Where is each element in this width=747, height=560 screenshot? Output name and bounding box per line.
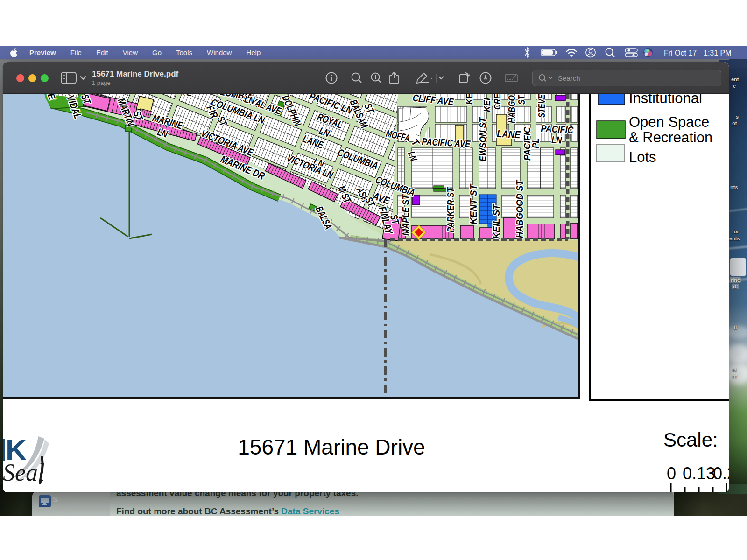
svg-text:0: 0 [667,464,676,483]
svg-text:LN: LN [551,134,563,145]
svg-text:0.2: 0.2 [713,464,729,483]
svg-text:Scale:: Scale: [663,429,718,451]
svg-text:STEVE: STEVE [536,94,547,118]
svg-text:Seal: Seal [3,459,45,486]
svg-text:KEI: KEI [481,98,492,112]
svg-text:Open Space: Open Space [629,114,709,130]
svg-text:Fri Oct 17: Fri Oct 17 [664,49,697,57]
svg-text:KENT ST: KENT ST [468,183,479,224]
svg-text:KEIL ST: KEIL ST [491,203,501,239]
svg-text:& Recreation: & Recreation [629,129,712,146]
svg-text:Institutional: Institutional [629,94,702,106]
svg-text:15671 Marine Drive: 15671 Marine Drive [238,435,425,459]
svg-text:Lots: Lots [629,149,656,165]
svg-text:CRE: CRE [492,94,502,110]
svg-text:ST: ST [516,94,527,105]
svg-text:PARKER ST: PARKER ST [445,187,456,232]
svg-text:MAPLE ST: MAPLE ST [400,194,411,236]
svg-text:1:31 PM: 1:31 PM [704,49,732,57]
svg-text:0.13: 0.13 [683,464,715,483]
svg-text:HABGOOD ST: HABGOOD ST [514,179,525,238]
svg-text:HABGO: HABGO [506,95,517,123]
svg-text:PACIFIC: PACIFIC [541,123,574,135]
svg-text:KE: KE [464,94,474,105]
svg-text:LANE: LANE [497,128,521,141]
svg-text:PL: PL [530,138,541,148]
svg-text:EWSON ST: EWSON ST [477,117,488,161]
